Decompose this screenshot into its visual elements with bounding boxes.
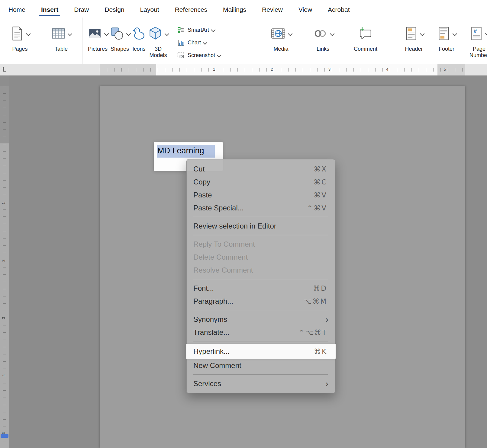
header-label: Header <box>405 46 423 52</box>
chevron-down-icon[interactable] <box>211 27 216 32</box>
menu-item-label: Font... <box>193 284 313 293</box>
tab-review[interactable]: Review <box>261 2 283 18</box>
menu-item-paste[interactable]: Paste⌘V <box>187 188 335 201</box>
menu-item-reply-to-comment: Reply To Comment <box>187 238 335 251</box>
chevron-down-icon[interactable] <box>126 31 131 36</box>
selected-text[interactable]: MD Learning <box>157 146 204 155</box>
menu-item-synonyms[interactable]: Synonyms› <box>187 313 335 326</box>
menu-separator <box>193 235 328 235</box>
tab-stop-selector[interactable] <box>0 64 9 75</box>
screenshot-label: Screenshot <box>188 52 215 59</box>
pictures-label: Pictures <box>88 46 108 52</box>
media-label: Media <box>273 46 288 52</box>
icons-label: Icons <box>132 46 145 52</box>
menu-separator <box>193 341 328 341</box>
chevron-down-icon[interactable] <box>485 31 487 36</box>
horizontal-ruler: 12345 <box>0 64 487 75</box>
smartart-label: SmartArt <box>188 27 209 33</box>
shapes-button[interactable]: Shapes <box>109 24 130 52</box>
menu-item-label: Delete Comment <box>193 253 327 261</box>
menu-item-font[interactable]: Font...⌘D <box>187 282 335 295</box>
3d-models-label: 3D Models <box>148 46 168 59</box>
chevron-down-icon[interactable] <box>26 31 31 36</box>
tab-layout[interactable]: Layout <box>140 2 160 18</box>
screenshot-button[interactable]: Screenshot <box>177 49 221 62</box>
ribbon-group-comment: Comment <box>343 18 388 64</box>
menu-item-shortcut: ⌃⌘V <box>307 204 327 212</box>
menu-item-copy[interactable]: Copy⌘C <box>187 175 335 188</box>
menu-item-cut[interactable]: Cut⌘X <box>187 162 335 175</box>
menu-item-label: New Comment <box>193 361 327 370</box>
ribbon-group-media: Media <box>259 18 303 64</box>
menu-separator <box>193 310 328 310</box>
chevron-down-icon[interactable] <box>330 31 334 36</box>
3d-models-button[interactable]: 3D Models <box>148 24 169 59</box>
chart-label: Chart <box>188 40 201 46</box>
icons-button[interactable]: Icons <box>131 24 147 52</box>
footer-icon <box>437 26 451 42</box>
menu-item-paragraph[interactable]: Paragraph...⌥⌘M <box>187 295 335 308</box>
ruler-number: 2 <box>271 67 273 72</box>
footer-label: Footer <box>439 46 454 52</box>
chevron-down-icon[interactable] <box>165 31 169 36</box>
menu-item-shortcut: ⌃⌥⌘T <box>298 328 327 336</box>
chevron-down-icon[interactable] <box>104 31 109 36</box>
menu-item-label: Synonyms <box>193 315 325 324</box>
header-icon <box>404 26 418 42</box>
menu-item-shortcut: ⌘V <box>314 191 327 199</box>
tab-references[interactable]: References <box>174 2 208 18</box>
ribbon-stack: SmartArt Chart Screenshot <box>177 24 221 62</box>
ruler-number: 1 <box>213 67 215 72</box>
vertical-ruler-margin-indicator[interactable] <box>1 434 8 438</box>
media-button[interactable]: Media <box>270 24 292 52</box>
chevron-down-icon[interactable] <box>420 31 424 36</box>
menu-item-hyperlink[interactable]: Hyperlink...⌘K <box>186 344 336 359</box>
comment-button[interactable]: Comment <box>354 24 377 52</box>
chevron-down-icon[interactable] <box>288 31 292 36</box>
icons-icon <box>131 26 147 42</box>
3d-models-icon <box>148 26 163 42</box>
menu-separator <box>193 279 328 279</box>
tab-home[interactable]: Home <box>8 2 26 18</box>
pictures-button[interactable]: Pictures <box>87 24 108 52</box>
shapes-icon <box>109 26 124 42</box>
svg-text:#: # <box>473 28 477 34</box>
context-menu: Cut⌘XCopy⌘CPaste⌘VPaste Special...⌃⌘VRev… <box>186 159 335 393</box>
ribbon-group-pages: Pages <box>0 18 40 64</box>
menu-item-new-comment[interactable]: New Comment <box>187 359 335 372</box>
tab-view[interactable]: View <box>298 2 313 18</box>
chevron-down-icon[interactable] <box>68 31 73 36</box>
header-button[interactable]: Header <box>398 24 430 52</box>
menu-item-services[interactable]: Services› <box>187 377 335 390</box>
chevron-down-icon[interactable] <box>452 31 457 36</box>
smartart-icon <box>177 26 185 34</box>
menu-item-translate[interactable]: Translate...⌃⌥⌘T <box>187 326 335 339</box>
chevron-down-icon[interactable] <box>217 53 222 57</box>
menu-item-review-selection-in-editor[interactable]: Review selection in Editor <box>187 219 335 232</box>
tab-acrobat[interactable]: Acrobat <box>327 2 350 18</box>
menu-separator <box>193 374 328 375</box>
table-icon <box>51 26 66 42</box>
table-label: Table <box>55 46 68 52</box>
menu-item-label: Translate... <box>193 328 298 337</box>
chevron-down-icon[interactable] <box>203 40 208 45</box>
menu-item-shortcut: ⌘D <box>313 284 327 292</box>
chart-button[interactable]: Chart <box>177 36 221 49</box>
ruler-ticks <box>100 68 465 72</box>
table-button[interactable]: Table <box>51 24 72 52</box>
page-number-button[interactable]: # Page Number <box>463 24 487 59</box>
menu-item-paste-special[interactable]: Paste Special...⌃⌘V <box>187 201 335 214</box>
tab-mailings[interactable]: Mailings <box>222 2 247 18</box>
links-button[interactable]: Links <box>312 24 334 52</box>
menu-item-label: Services <box>193 379 325 388</box>
pages-button[interactable]: Pages <box>10 24 30 52</box>
tab-draw[interactable]: Draw <box>73 2 89 18</box>
tab-insert[interactable]: Insert <box>40 2 59 18</box>
ribbon-group-header-footer: Header Footer # Page Number <box>388 18 487 64</box>
tab-bar: HomeInsertDrawDesignLayoutReferencesMail… <box>0 0 487 18</box>
tab-design[interactable]: Design <box>104 2 125 18</box>
chart-icon <box>177 39 185 46</box>
menu-item-shortcut: ⌘K <box>314 347 327 355</box>
smartart-button[interactable]: SmartArt <box>177 24 221 36</box>
footer-button[interactable]: Footer <box>431 24 462 52</box>
